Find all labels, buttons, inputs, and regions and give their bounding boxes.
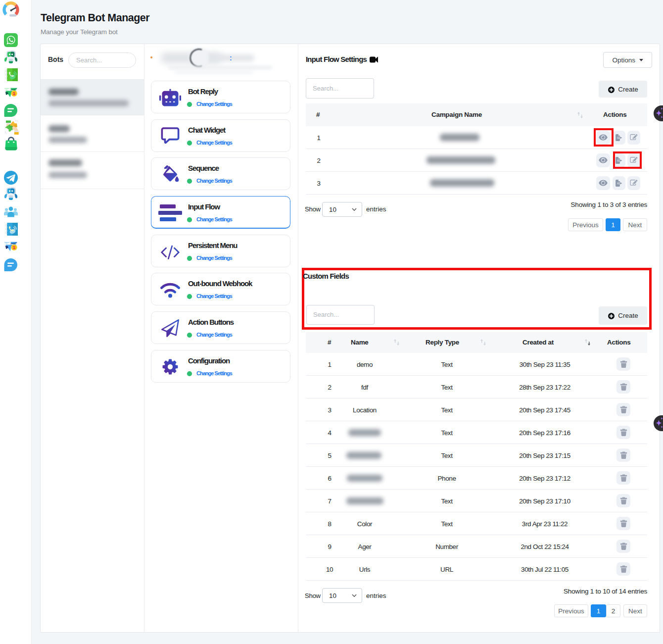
svg-text:1: 1 xyxy=(13,91,16,96)
svg-text:1: 1 xyxy=(13,245,16,250)
